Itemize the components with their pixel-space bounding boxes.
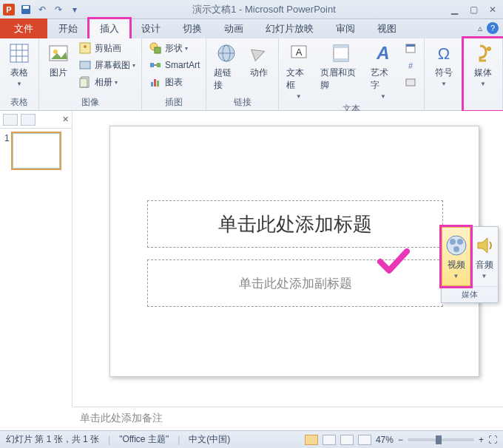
group-tables-label: 表格: [10, 95, 28, 110]
slidenum-icon: #: [403, 58, 418, 72]
maximize-button[interactable]: ▢: [466, 4, 481, 16]
hyperlink-button[interactable]: 超链接: [211, 40, 240, 93]
media-button[interactable]: 媒体▼: [468, 40, 498, 89]
slide-canvas[interactable]: 单击此处添加标题 单击此处添加副标题: [109, 126, 479, 377]
clipart-button[interactable]: 剪贴画: [76, 40, 137, 56]
picture-label: 图片: [50, 67, 67, 79]
smartart-button[interactable]: SmartArt: [146, 57, 201, 73]
normal-view-button[interactable]: [305, 435, 318, 445]
ribbon: 表格 ▼ 表格 图片 剪贴画 屏幕截图▾ 相册▾ 图像 形状▾ SmartArt…: [0, 38, 503, 111]
svg-rect-16: [150, 63, 154, 67]
save-icon[interactable]: [19, 3, 33, 16]
table-icon: [7, 41, 31, 65]
action-icon: [247, 41, 271, 65]
svg-text:A: A: [295, 47, 302, 58]
audio-button[interactable]: 音频▼: [470, 227, 498, 286]
zoom-slider[interactable]: [408, 438, 474, 441]
wordart-button[interactable]: A 艺术字▼: [368, 40, 399, 101]
zoom-in-button[interactable]: +: [479, 435, 484, 445]
help-icon[interactable]: ?: [487, 22, 499, 34]
title-placeholder[interactable]: 单击此处添加标题: [147, 200, 443, 248]
slide-editor[interactable]: 单击此处添加标题 单击此处添加副标题: [72, 111, 503, 407]
object-icon: [403, 75, 418, 89]
svg-rect-1: [23, 6, 29, 9]
group-illustrations: 形状▾ SmartArt 图表 插图: [142, 38, 206, 110]
shapes-icon: [148, 41, 163, 55]
tab-file[interactable]: 文件: [0, 18, 47, 39]
shapes-button[interactable]: 形状▾: [146, 40, 201, 56]
audio-icon: [473, 234, 496, 257]
video-icon: [445, 234, 468, 257]
tab-transitions[interactable]: 切换: [172, 18, 213, 39]
minimize-button[interactable]: ▁: [447, 4, 462, 16]
slides-panel: ✕ 1: [0, 111, 72, 407]
album-icon: [78, 75, 92, 89]
tab-design[interactable]: 设计: [130, 18, 172, 39]
slideshow-view-button[interactable]: [358, 435, 371, 445]
fit-button[interactable]: ⛶: [488, 435, 497, 445]
textbox-button[interactable]: A 文本框▼: [283, 40, 314, 101]
symbol-button[interactable]: Ω 符号▼: [429, 40, 459, 89]
video-button[interactable]: 视频▼: [442, 227, 470, 286]
app-icon: P: [3, 4, 15, 16]
svg-rect-27: [334, 45, 348, 48]
object-button[interactable]: [402, 74, 419, 90]
group-images-label: 图像: [81, 95, 99, 110]
picture-icon: [47, 41, 70, 65]
notes-pane[interactable]: 单击此处添加备注: [72, 407, 503, 430]
svg-text:A: A: [376, 43, 389, 63]
datetime-button[interactable]: [402, 40, 419, 56]
svg-rect-17: [157, 63, 161, 67]
reading-view-button[interactable]: [340, 435, 354, 445]
svg-point-37: [450, 239, 456, 245]
language[interactable]: 中文(中国): [189, 433, 230, 446]
outline-tab[interactable]: [21, 114, 36, 126]
chevron-down-icon: ▼: [16, 81, 22, 87]
quick-access-toolbar: ↶ ↷ ▾: [19, 3, 81, 16]
zoom-out-button[interactable]: −: [398, 435, 403, 445]
table-button[interactable]: 表格 ▼: [4, 40, 34, 89]
tab-view[interactable]: 视图: [366, 18, 408, 39]
redo-icon[interactable]: ↷: [52, 3, 65, 16]
tab-animations[interactable]: 动画: [213, 18, 254, 39]
group-illus-label: 插图: [165, 95, 183, 110]
symbol-icon: Ω: [432, 41, 456, 65]
svg-rect-15: [155, 47, 161, 53]
action-button[interactable]: 动作: [244, 40, 274, 81]
textbox-icon: A: [287, 41, 311, 65]
ribbon-minimize-icon[interactable]: ▵: [478, 23, 482, 33]
slidenum-button[interactable]: #: [402, 57, 419, 73]
chart-button[interactable]: 图表: [146, 74, 201, 90]
tab-home[interactable]: 开始: [47, 18, 89, 39]
group-media: 媒体▼: [464, 38, 503, 110]
svg-point-36: [447, 236, 466, 255]
undo-icon[interactable]: ↶: [36, 3, 49, 16]
close-button[interactable]: ✕: [485, 4, 500, 16]
svg-text:Ω: Ω: [438, 44, 450, 63]
screenshot-icon: [78, 58, 92, 72]
sorter-view-button[interactable]: [323, 435, 336, 445]
window-title: 演示文稿1 - Microsoft PowerPoint: [81, 3, 447, 16]
media-icon: [471, 41, 495, 65]
headerfooter-button[interactable]: 页眉和页脚: [317, 40, 365, 93]
svg-rect-2: [10, 44, 28, 62]
slide-thumbnail[interactable]: [13, 133, 60, 169]
tab-insert[interactable]: 插入: [89, 18, 130, 39]
album-button[interactable]: 相册▾: [76, 74, 137, 90]
svg-rect-11: [80, 61, 90, 69]
title-bar: P ↶ ↷ ▾ 演示文稿1 - Microsoft PowerPoint ▁ ▢…: [0, 0, 503, 19]
svg-rect-33: [406, 79, 415, 86]
group-tables: 表格 ▼ 表格: [0, 38, 39, 110]
group-media-label: [482, 97, 484, 110]
qat-more-icon[interactable]: ▾: [68, 3, 81, 16]
panel-close-icon[interactable]: ✕: [62, 115, 69, 124]
theme-name: "Office 主题": [119, 433, 169, 446]
tab-slideshow[interactable]: 幻灯片放映: [254, 18, 325, 39]
slides-tab[interactable]: [3, 114, 18, 126]
datetime-icon: [403, 41, 418, 55]
tab-review[interactable]: 审阅: [325, 18, 366, 39]
zoom-level[interactable]: 47%: [376, 435, 394, 445]
picture-button[interactable]: 图片: [44, 40, 73, 81]
screenshot-button[interactable]: 屏幕截图▾: [76, 57, 137, 73]
group-symbols: Ω 符号▼: [425, 38, 464, 110]
